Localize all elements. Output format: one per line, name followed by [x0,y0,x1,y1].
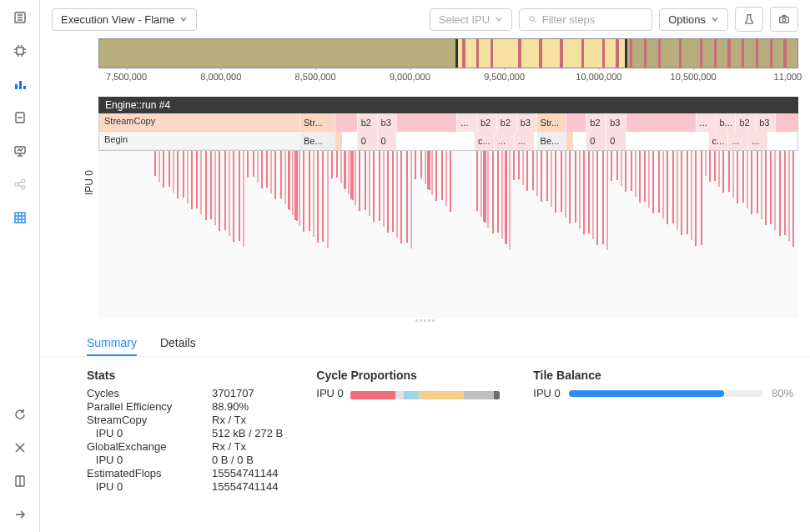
flame-row[interactable]: BeginBe...00c.........Be...00c......... [99,132,797,150]
axis-tick: 8,500,000 [295,72,336,82]
flame-block[interactable]: b2 [476,113,496,132]
flame-block[interactable] [566,113,586,132]
svg-point-23 [22,186,25,189]
stat-key: IPU 0 [87,454,212,466]
time-axis: 7,500,0008,000,0008,500,0009,000,0009,50… [98,72,798,92]
flame-block[interactable]: Be... [299,132,335,150]
book-icon[interactable] [13,474,28,489]
flame-ylabel: IPU 0 [83,169,95,194]
chip-icon[interactable] [13,43,28,58]
svg-rect-39 [780,17,789,23]
grid-icon[interactable] [13,210,28,225]
bars-icon[interactable] [13,77,28,92]
flame-block[interactable]: Str... [536,113,566,132]
flame-block[interactable]: 0 [586,132,606,150]
flame-block[interactable] [566,132,573,150]
flame-block[interactable]: 0 [377,132,397,150]
flame-block[interactable]: b2 [357,113,377,132]
flame-block[interactable] [335,113,357,132]
flame-block[interactable]: b3 [755,113,775,132]
search-icon [528,14,537,24]
svg-rect-41 [782,16,786,18]
flame-row[interactable]: StreamCopyStr...b2b3...b2b2b3Str...b2b3.… [99,113,797,132]
doc-icon[interactable] [13,110,28,125]
flame-block[interactable]: Be... [536,132,566,150]
flame-block[interactable]: b2 [735,113,755,132]
tab-details[interactable]: Details [160,331,196,356]
stat-key: IPU 0 [87,427,212,439]
stat-key: GlobalExchange [87,440,212,453]
flame-block[interactable] [396,113,456,132]
flame-block[interactable]: ... [696,113,716,132]
filter-input[interactable] [542,13,643,26]
toolbar: Execution View - Flame Select IPU Option… [40,0,810,38]
resize-handle[interactable] [409,319,442,326]
axis-tick: 11,000 [774,72,802,82]
flame-block[interactable]: ... [514,132,534,150]
axis-tick: 7,500,000 [106,72,147,82]
stat-key: Cycles [87,387,212,399]
present-icon[interactable] [13,143,28,158]
filter-steps[interactable] [519,8,652,31]
options-label: Options [668,13,706,26]
arrow-right-icon[interactable] [13,507,28,522]
svg-line-25 [18,185,22,187]
stat-value: Rx / Tx [212,414,283,426]
select-ipu-dropdown[interactable]: Select IPU [430,8,512,31]
flame-block[interactable]: ... [494,132,514,150]
sidebar [0,0,40,532]
flame-block[interactable]: ... [747,132,767,150]
stat-value: 15554741144 [212,467,283,479]
flame-block[interactable]: ... [456,113,476,132]
flame-block[interactable]: b3 [516,113,536,132]
flame-block[interactable] [335,132,342,150]
tab-summary[interactable]: Summary [87,331,137,356]
flame-chart: IPU 0 Engine::run #4 StreamCopyStr...b2b… [52,97,798,318]
options-dropdown[interactable]: Options [659,8,728,31]
svg-point-21 [15,183,18,186]
flask-button[interactable] [735,7,763,32]
flame-block[interactable]: b3 [606,113,626,132]
tile-label: IPU 0 [533,387,561,399]
flame-block[interactable]: c... [474,132,494,150]
axis-tick: 9,000,000 [390,72,430,82]
camera-button[interactable] [770,7,798,32]
flame-block[interactable]: 0 [357,132,377,150]
view-label: Execution View - Flame [61,13,174,26]
svg-rect-4 [17,48,23,54]
flame-bars[interactable] [98,151,798,318]
svg-line-24 [18,182,22,183]
flame-block[interactable]: c... [708,132,728,150]
flame-block[interactable]: b2 [496,113,516,132]
refresh-icon[interactable] [13,407,28,422]
svg-rect-14 [19,81,22,89]
svg-line-37 [534,20,536,23]
stat-value: 512 kB / 272 B [212,427,283,439]
summary-panel: Stats Cycles3701707Parallel Efficiency88… [40,357,810,493]
axis-tick: 10,000,000 [576,72,621,82]
chevron-down-icon [711,15,719,23]
stat-value: Rx / Tx [212,440,283,453]
flame-block[interactable]: b3 [377,113,397,132]
select-ipu-label: Select IPU [439,13,490,26]
flame-block[interactable] [626,113,696,132]
flame-block[interactable] [775,113,797,132]
flame-block[interactable]: 0 [606,132,626,150]
chevron-down-icon [179,15,188,23]
flame-block[interactable]: b... [715,113,735,132]
list-icon[interactable] [13,10,28,25]
axis-tick: 9,500,000 [484,72,525,82]
flame-block[interactable]: Str... [299,113,335,132]
close-icon[interactable] [13,440,28,455]
share-icon[interactable] [13,177,28,192]
stats-col: Stats Cycles3701707Parallel Efficiency88… [87,369,283,493]
flame-block[interactable]: ... [727,132,747,150]
stat-key: Parallel Efficiency [87,400,212,413]
overview-timeline[interactable] [98,38,798,68]
stat-key: StreamCopy [87,414,212,426]
stat-value: 0 B / 0 B [212,454,283,466]
flame-row-label: StreamCopy [99,113,299,132]
cycle-col: Cycle Proportions IPU 0 [316,369,500,493]
flame-block[interactable]: b2 [586,113,606,132]
view-dropdown[interactable]: Execution View - Flame [52,8,197,31]
